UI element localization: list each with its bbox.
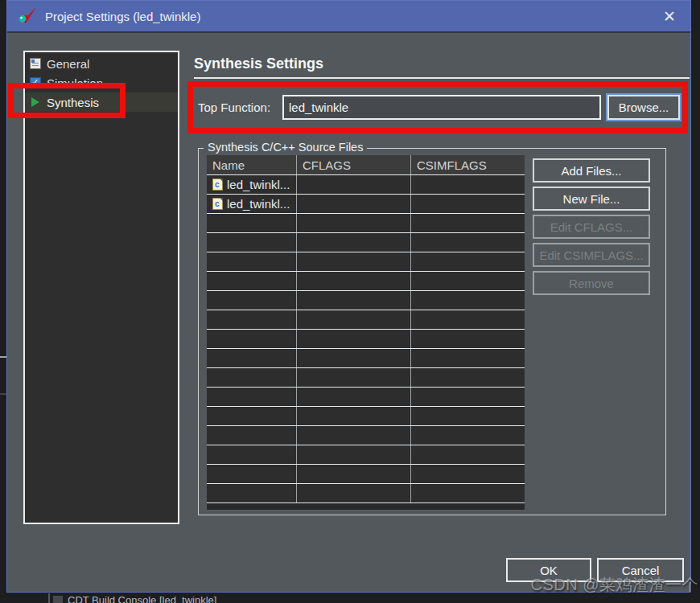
csimflags-cell <box>411 445 525 464</box>
page-title: Synthesis Settings <box>194 55 323 72</box>
group-title: Synthesis C/C++ Source Files <box>204 141 367 154</box>
csimflags-cell <box>411 349 525 367</box>
table-row-empty <box>207 330 525 349</box>
table-row-empty <box>207 465 525 484</box>
csimflags-cell <box>411 214 525 232</box>
side-button-list: Add Files...New File...Edit CFLAGS...Edi… <box>533 158 650 295</box>
name-cell: led_twinkl... <box>207 195 297 213</box>
background-panel-edge <box>0 393 6 395</box>
csimflags-cell <box>411 465 525 483</box>
cflags-cell <box>297 214 411 232</box>
name-cell <box>207 330 297 348</box>
add-files-button[interactable]: Add Files... <box>533 158 650 183</box>
csimflags-cell <box>411 330 525 348</box>
name-cell <box>207 465 297 483</box>
settings-category-list: GeneralSimulationSynthesis <box>23 51 179 524</box>
name-cell <box>207 349 297 367</box>
top-function-input[interactable] <box>282 95 601 120</box>
cancel-button[interactable]: Cancel <box>597 558 684 582</box>
cflags-cell <box>297 195 411 213</box>
source-files-table: NameCFLAGSCSIMFLAGS led_twinkl...led_twi… <box>207 155 525 510</box>
cflags-cell <box>297 310 411 329</box>
general-icon <box>30 58 41 69</box>
edit-csimflags-button: Edit CSIMFLAGS... <box>533 243 650 267</box>
remove-button: Remove <box>533 271 650 295</box>
name-cell <box>207 214 297 232</box>
cflags-cell <box>297 445 411 464</box>
csimflags-cell <box>411 368 525 387</box>
play-icon <box>31 97 39 107</box>
vivado-hls-icon <box>17 6 38 26</box>
c-source-file-icon <box>212 198 223 210</box>
table-row-empty <box>207 291 525 310</box>
table-row-empty <box>207 233 525 252</box>
table-row-empty <box>207 252 525 272</box>
project-settings-dialog: Project Settings (led_twinkle) ✕ General… <box>6 0 691 593</box>
sidebar-item-general[interactable]: General <box>25 54 178 73</box>
csimflags-cell <box>411 484 525 503</box>
name-cell <box>207 426 297 445</box>
background-console-area: CDT Build Console [led_twinkle] <box>0 593 700 603</box>
name-cell <box>207 407 297 425</box>
name-cell <box>207 252 297 271</box>
cflags-cell <box>297 368 411 387</box>
name-cell: led_twinkl... <box>207 175 297 194</box>
table-row-empty <box>207 445 525 465</box>
csimflags-cell <box>411 195 525 213</box>
table-row-empty <box>207 407 525 426</box>
column-header-csimflags: CSIMFLAGS <box>411 155 525 174</box>
close-icon[interactable]: ✕ <box>658 9 681 24</box>
table-row-empty <box>207 310 525 330</box>
file-name: led_twinkl... <box>227 197 290 211</box>
table-row-empty <box>207 388 525 407</box>
csimflags-cell <box>411 175 525 194</box>
background-left-edge <box>0 0 6 603</box>
new-file-button[interactable]: New File... <box>533 187 650 211</box>
edit-cflags-button: Edit CFLAGS... <box>533 215 650 239</box>
name-cell <box>207 484 297 503</box>
name-cell <box>207 233 297 252</box>
table-row-empty <box>207 484 525 503</box>
dialog-title: Project Settings (led_twinkle) <box>45 10 200 23</box>
csimflags-cell <box>411 291 525 310</box>
csimflags-cell <box>411 407 525 425</box>
background-divider <box>48 593 50 603</box>
cflags-cell <box>297 426 411 445</box>
sidebar-item-label: Simulation <box>47 76 103 90</box>
csimflags-cell <box>411 272 525 290</box>
background-panel-edge <box>0 356 6 358</box>
table-row-file[interactable]: led_twinkl... <box>207 195 525 214</box>
sidebar-item-label: Synthesis <box>47 96 99 109</box>
table-row-empty <box>207 272 525 291</box>
cflags-cell <box>297 349 411 367</box>
background-tab-icon <box>53 596 63 603</box>
sidebar-item-simulation[interactable]: Simulation <box>25 73 178 92</box>
top-function-label: Top Function: <box>198 100 270 114</box>
table-header-row: NameCFLAGSCSIMFLAGS <box>207 155 525 175</box>
cflags-cell <box>297 272 411 290</box>
browse-button[interactable]: Browse... <box>607 95 680 120</box>
sidebar-item-synthesis[interactable]: Synthesis <box>25 92 178 112</box>
table-body: led_twinkl...led_twinkl... <box>207 175 525 503</box>
source-files-group: Synthesis C/C++ Source Files NameCFLAGSC… <box>198 148 666 515</box>
cflags-cell <box>297 330 411 348</box>
table-row-empty <box>207 426 525 445</box>
cflags-cell <box>297 484 411 503</box>
name-cell <box>207 272 297 290</box>
csimflags-cell <box>411 252 525 271</box>
cflags-cell <box>297 465 411 483</box>
table-row-file[interactable]: led_twinkl... <box>207 175 525 195</box>
file-name: led_twinkl... <box>227 178 290 191</box>
ok-button[interactable]: OK <box>506 558 591 582</box>
table-row-empty <box>207 368 525 388</box>
table-partial-row <box>207 503 525 510</box>
name-cell <box>207 388 297 406</box>
dialog-titlebar[interactable]: Project Settings (led_twinkle) ✕ <box>7 1 690 33</box>
table-row-empty <box>207 214 525 233</box>
c-source-file-icon <box>212 178 223 191</box>
cflags-cell <box>297 175 411 194</box>
table-row-empty <box>207 349 525 368</box>
sidebar-item-label: General <box>47 57 89 71</box>
name-cell <box>207 445 297 464</box>
name-cell <box>207 368 297 387</box>
